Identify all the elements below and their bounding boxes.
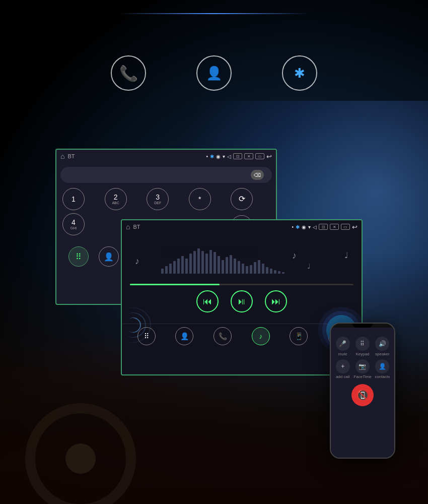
screen-front: ⌂ BT • ✱ ◉ ▾ ◁ ⊡ ✕ ▭ ↩ ♪ // We'll genera… (121, 219, 363, 375)
bluetooth-icon: ✱ (282, 55, 317, 91)
clear-button[interactable]: ⌫ (251, 170, 264, 180)
svg-rect-10 (201, 251, 204, 274)
camera-btn-front[interactable]: ⊡ (319, 224, 328, 230)
speaker-btn[interactable]: 🔊 speaker (375, 337, 390, 356)
dot-front: • (292, 224, 294, 230)
location-icon-front: ◉ (302, 224, 306, 230)
music-content: ♪ // We'll generate these via JS below ♩ (122, 233, 362, 324)
x-btn-front[interactable]: ✕ (330, 224, 339, 230)
dial-4[interactable]: 4 GHI (62, 213, 85, 235)
svg-rect-14 (218, 256, 220, 274)
svg-rect-21 (246, 266, 248, 274)
contacts-btn[interactable]: 👤 contacts (375, 359, 390, 379)
back-icon-front[interactable]: ↩ (352, 223, 358, 231)
svg-rect-6 (185, 259, 188, 274)
home-icon-front[interactable]: ⌂ (126, 223, 130, 231)
volume-icon-back: ◁ (227, 154, 231, 159)
location-icon-back: ◉ (216, 154, 221, 159)
title-underline (118, 13, 310, 14)
header-section (0, 10, 428, 14)
camera-btn-back[interactable]: ⊡ (233, 153, 242, 159)
progress-fill (130, 284, 220, 285)
home-icon-back[interactable]: ⌂ (60, 152, 64, 160)
feature-sync-contact: 👤 (196, 55, 232, 95)
phone2-nav-btn[interactable]: 📱 (290, 327, 308, 345)
svg-rect-25 (262, 264, 264, 274)
features-row: 📞 👤 ✱ (0, 55, 428, 95)
status-icons-back: • ✱ ◉ ▾ ◁ ⊡ ✕ ▭ ↩ (206, 153, 272, 160)
music-nav-btn[interactable]: ♪ (252, 327, 270, 345)
status-bar-front: ⌂ BT • ✱ ◉ ▾ ◁ ⊡ ✕ ▭ ↩ (122, 220, 362, 233)
svg-rect-11 (205, 254, 208, 274)
bt-icon-front: ✱ (296, 224, 300, 230)
waveform-svg: ♪ ♩ (156, 246, 327, 276)
facetime-icon: 📷 (355, 359, 370, 373)
progress-bar[interactable] (130, 284, 353, 285)
dot-back: • (206, 154, 208, 159)
play-pause-button[interactable]: ⏯ (231, 290, 253, 312)
phone-screen: 🎤 mute ⠿ Keypad 🔊 speaker + add call 📷 F… (331, 328, 394, 458)
bt-icon-back: ✱ (210, 154, 214, 159)
contacts-icon: 👤 (375, 359, 389, 373)
window-btn-front[interactable]: ▭ (341, 224, 350, 230)
svg-rect-28 (274, 270, 276, 274)
dial-refresh[interactable]: ⟳ (231, 188, 253, 210)
feature-bt-music: ✱ (282, 55, 317, 95)
prev-button[interactable]: ⏮ (196, 290, 219, 312)
dial-1[interactable]: 1 (62, 188, 85, 210)
svg-rect-8 (193, 251, 196, 274)
dial-2[interactable]: 2 ABC (105, 188, 127, 210)
dialpad-nav-btn[interactable]: ⠿ (68, 246, 89, 267)
svg-rect-5 (181, 256, 184, 274)
facetime-btn[interactable]: 📷 FaceTime (353, 359, 371, 379)
svg-text:♩: ♩ (307, 262, 311, 270)
phone-action-buttons: 🎤 mute ⠿ Keypad 🔊 speaker + add call 📷 F… (333, 337, 392, 379)
bt-label-front: BT (133, 224, 140, 230)
next-button[interactable]: ⏭ (265, 290, 287, 312)
svg-rect-23 (254, 262, 256, 274)
svg-rect-26 (266, 267, 268, 274)
back-icon-back[interactable]: ↩ (266, 153, 272, 160)
svg-rect-2 (169, 264, 172, 274)
phone-notch (352, 324, 373, 328)
dial-star[interactable]: * (189, 188, 211, 210)
svg-rect-15 (222, 260, 224, 274)
svg-rect-27 (270, 269, 272, 274)
svg-rect-7 (189, 254, 192, 274)
end-call-button[interactable]: 📵 (351, 384, 374, 406)
x-btn-back[interactable]: ✕ (244, 153, 253, 159)
dial-3[interactable]: 3 DEF (147, 188, 169, 210)
svg-rect-9 (197, 248, 200, 274)
connected-bar: ⌫ (60, 167, 272, 183)
svg-rect-0 (161, 269, 164, 274)
status-bar-back: ⌂ BT • ✱ ◉ ▾ ◁ ⊡ ✕ ▭ ↩ (56, 150, 276, 163)
contacts-nav-btn[interactable]: 👤 (99, 246, 119, 267)
speaker-icon: 🔊 (375, 337, 389, 351)
svg-rect-24 (258, 260, 260, 274)
facetime-label: FaceTime (353, 374, 371, 379)
svg-rect-22 (250, 265, 252, 274)
bottom-nav-front: ⠿ 👤 📞 ♪ 📱 ✱ (122, 324, 362, 348)
music-waveform: ♪ // We'll generate these via JS below ♩ (130, 238, 353, 279)
svg-rect-12 (209, 250, 212, 274)
window-btn-back[interactable]: ▭ (255, 153, 264, 159)
volume-icon-front: ◁ (313, 224, 317, 230)
phone-icon: 📞 (111, 55, 146, 91)
svg-rect-3 (173, 261, 176, 274)
add-call-btn[interactable]: + add call (335, 359, 350, 379)
mute-btn[interactable]: 🎤 mute (335, 337, 350, 356)
speaker-label: speaker (375, 352, 389, 356)
svg-rect-16 (226, 257, 228, 274)
keypad-btn[interactable]: ⠿ Keypad (353, 337, 371, 356)
phone-nav-btn[interactable]: 📞 (213, 327, 232, 345)
svg-rect-30 (282, 272, 284, 274)
keypad-label: Keypad (355, 352, 369, 356)
contacts-nav-btn-front[interactable]: 👤 (175, 327, 193, 345)
wifi-icon-back: ▾ (223, 154, 225, 159)
svg-rect-29 (278, 271, 280, 274)
keypad-icon: ⠿ (355, 337, 370, 351)
mute-icon: 🎤 (336, 337, 350, 351)
svg-text:♪: ♪ (292, 250, 297, 261)
svg-rect-1 (165, 266, 168, 274)
status-icons-front: • ✱ ◉ ▾ ◁ ⊡ ✕ ▭ ↩ (292, 223, 358, 231)
